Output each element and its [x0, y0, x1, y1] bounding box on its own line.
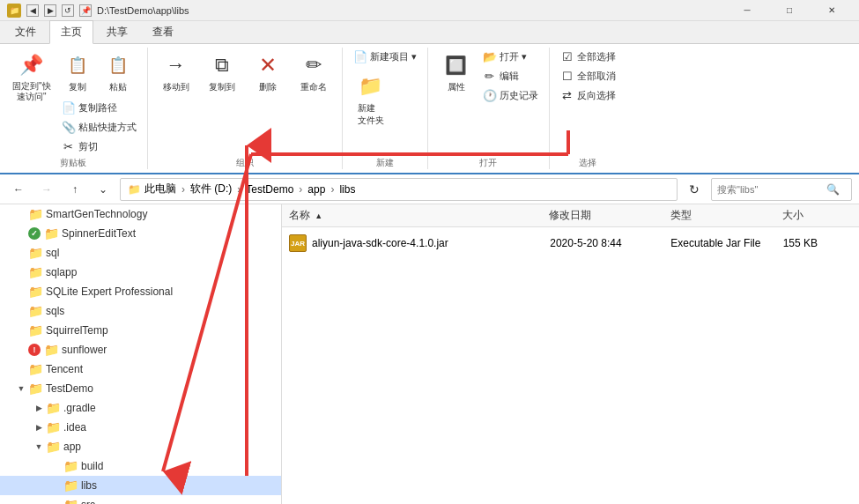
move-to-icon: → — [162, 51, 190, 79]
open-button[interactable]: 📂 打开 ▾ — [479, 48, 542, 65]
delete-button[interactable]: ✕ 删除 — [247, 48, 289, 97]
search-icon: 🔍 — [826, 183, 840, 196]
col-header-date[interactable]: 修改日期 — [549, 208, 670, 223]
title-btn-4[interactable]: 📌 — [79, 4, 92, 17]
tab-view[interactable]: 查看 — [141, 20, 185, 43]
up-button[interactable]: ↑ — [63, 178, 86, 201]
rename-button[interactable]: ✏ 重命名 — [293, 48, 335, 97]
tree-toggle-sqlite — [14, 285, 28, 299]
new-item-button[interactable]: 📄 新建项目 ▾ — [350, 48, 420, 65]
tree-item-sunflower[interactable]: ! 📁 sunflower — [0, 340, 281, 359]
search-bar[interactable]: 🔍 — [711, 178, 852, 201]
folder-icon-sql: 📁 — [28, 246, 42, 260]
close-button[interactable]: ✕ — [811, 0, 852, 21]
paste-shortcut-button[interactable]: 📎 粘贴快捷方式 — [58, 118, 140, 136]
tree-label-testdemo: TestDemo — [46, 382, 93, 395]
tree-item-gradle[interactable]: ▶ 📁 .gradle — [0, 398, 281, 418]
ribbon-group-clipboard: 📌 固定到"快速访问" 📋 复制 📋 粘贴 📄 复制路径 — [0, 48, 148, 169]
tree-item-squirrel[interactable]: 📁 SquirrelTemp — [0, 321, 281, 340]
col-header-type[interactable]: 类型 — [670, 208, 783, 223]
folder-icon-libs: 📁 — [63, 478, 78, 493]
tab-file[interactable]: 文件 — [4, 20, 48, 43]
tree-item-spinner[interactable]: ✓ 📁 SpinnerEditText — [0, 224, 281, 243]
organize-content: → 移动到 ⧉ 复制到 ✕ 删除 ✏ 重命名 — [155, 48, 335, 155]
tree-item-idea[interactable]: ▶ 📁 .idea — [0, 418, 281, 437]
title-path: D:\TestDemo\app\libs — [97, 5, 189, 16]
col-header-size[interactable]: 大小 — [782, 208, 852, 223]
select-content: ☑ 全部选择 ☐ 全部取消 ⇄ 反向选择 — [557, 48, 619, 155]
tree-label-build: build — [81, 460, 103, 472]
tree-toggle-sqls — [14, 304, 28, 318]
title-btn-2[interactable]: ▶ — [44, 4, 56, 17]
copy-path-button[interactable]: 📄 复制路径 — [58, 99, 140, 116]
refresh-button[interactable]: ↻ — [683, 178, 706, 201]
tree-item-tencent[interactable]: 📁 Tencent — [0, 359, 281, 379]
properties-label: 属性 — [448, 81, 465, 93]
folder-icon-gradle: 📁 — [46, 401, 60, 415]
search-input[interactable] — [717, 184, 823, 195]
select-all-icon: ☑ — [560, 49, 574, 63]
deselect-all-button[interactable]: ☐ 全部取消 — [557, 67, 619, 85]
restore-button[interactable]: □ — [769, 0, 810, 21]
tree-item-src[interactable]: 📁 src — [0, 495, 281, 504]
title-btn-3[interactable]: ↺ — [62, 4, 74, 17]
rename-label: 重命名 — [300, 81, 327, 93]
tree-label-src: src — [81, 499, 95, 504]
tree-label-smartgen: SmartGenTechnology — [46, 208, 147, 220]
pin-to-quick-access-button[interactable]: 📌 固定到"快速访问" — [7, 48, 56, 106]
properties-button[interactable]: 🔲 属性 — [435, 48, 478, 97]
new-folder-button[interactable]: 📁 新建文件夹 — [350, 69, 392, 130]
move-to-button[interactable]: → 移动到 — [155, 48, 197, 97]
tree-label-spinner: SpinnerEditText — [62, 227, 136, 240]
ribbon-tabs: 文件 主页 共享 查看 — [0, 21, 859, 44]
tab-share[interactable]: 共享 — [95, 20, 139, 43]
copy-to-button[interactable]: ⧉ 复制到 — [201, 48, 243, 97]
main-content: 📁 SmartGenTechnology ✓ 📁 SpinnerEditText… — [0, 204, 859, 504]
folder-icon-smartgen: 📁 — [28, 207, 42, 221]
copy-button[interactable]: 📋 复制 — [58, 48, 97, 97]
minimize-button[interactable]: ─ — [727, 0, 767, 21]
tree-item-libs[interactable]: 📁 libs — [0, 476, 281, 495]
deselect-all-icon: ☐ — [560, 69, 574, 83]
recent-locations-button[interactable]: ⌄ — [92, 178, 115, 201]
tree-label-app: app — [63, 441, 81, 453]
ribbon-group-open: 🔲 属性 📂 打开 ▾ ✏ 编辑 🕐 历史记录 打开 — [428, 48, 550, 169]
cut-button[interactable]: ✂ 剪切 — [58, 137, 140, 155]
history-button[interactable]: 🕐 历史记录 — [479, 86, 542, 104]
file-list: JAR aliyun-java-sdk-core-4.1.0.jar 2020-… — [282, 227, 859, 504]
tree-item-sqls[interactable]: 📁 sqls — [0, 301, 281, 321]
tree-item-smartgen[interactable]: 📁 SmartGenTechnology — [0, 204, 281, 224]
copy-path-label: 复制路径 — [78, 101, 117, 115]
col-header-name[interactable]: 名称 ▲ — [289, 208, 549, 223]
file-name: aliyun-java-sdk-core-4.1.0.jar — [312, 237, 550, 249]
tree-item-sqlapp[interactable]: 📁 sqlapp — [0, 263, 281, 282]
paste-button[interactable]: 📋 粘贴 — [99, 48, 137, 97]
new-item-icon: 📄 — [353, 49, 367, 63]
tree-toggle-spinner — [14, 226, 28, 241]
tree-label-gradle: .gradle — [63, 402, 96, 414]
address-bar[interactable]: 📁 此电脑 › 软件 (D:) › TestDemo › app › libs — [120, 178, 678, 201]
invert-selection-button[interactable]: ⇄ 反向选择 — [557, 86, 619, 104]
select-all-button[interactable]: ☑ 全部选择 — [557, 48, 619, 65]
title-btn-1[interactable]: ◀ — [26, 4, 39, 17]
title-bar-left: 📁 ◀ ▶ ↺ 📌 D:\TestDemo\app\libs — [7, 4, 189, 18]
file-item-jar[interactable]: JAR aliyun-java-sdk-core-4.1.0.jar 2020-… — [282, 231, 859, 256]
tree-item-sqlite[interactable]: 📁 SQLite Expert Professional — [0, 282, 281, 301]
forward-button[interactable]: → — [35, 178, 58, 201]
open-icon: 📂 — [483, 49, 497, 63]
tree-toggle-app: ▼ — [32, 440, 46, 454]
tree-item-sql[interactable]: 📁 sql — [0, 243, 281, 263]
edit-button[interactable]: ✏ 编辑 — [479, 67, 542, 85]
tree-item-app[interactable]: ▼ 📁 app — [0, 437, 281, 456]
tree-item-testdemo[interactable]: ▼ 📁 TestDemo — [0, 379, 281, 398]
breadcrumb-app: app — [307, 183, 325, 196]
select-all-label: 全部选择 — [577, 50, 616, 63]
tree-toggle-src — [49, 498, 63, 504]
back-button[interactable]: ← — [7, 178, 30, 201]
tree-item-build[interactable]: 📁 build — [0, 456, 281, 476]
tree-toggle-idea: ▶ — [32, 420, 46, 434]
tab-home[interactable]: 主页 — [49, 20, 93, 44]
folder-icon-sqlite: 📁 — [28, 285, 42, 299]
tree-toggle-libs — [49, 478, 63, 493]
copy-paste-group: 📋 复制 📋 粘贴 📄 复制路径 📎 粘贴快捷方式 — [58, 48, 140, 155]
